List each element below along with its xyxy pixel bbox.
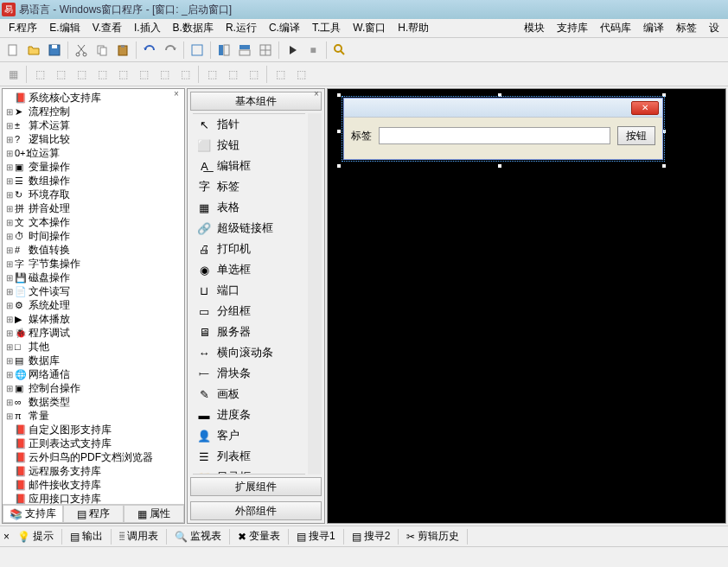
- tab-property[interactable]: ▦属性: [124, 505, 184, 523]
- tree-item[interactable]: ⊞□其他: [4, 340, 182, 354]
- bottom-tab[interactable]: ▤搜寻1: [291, 526, 342, 546]
- open-button[interactable]: [24, 41, 43, 60]
- tree-item[interactable]: ⊞▣控制台操作: [4, 381, 182, 395]
- menu-file[interactable]: F.程序: [5, 19, 41, 37]
- library-tree[interactable]: 📕系统核心支持库 ⊞➤流程控制⊞±算术运算⊞?逻辑比较⊞0+1位运算⊞▣变量操作…: [3, 89, 184, 504]
- menu-window[interactable]: W.窗口: [349, 19, 389, 37]
- stop-button[interactable]: ■: [303, 41, 322, 60]
- close-comp-panel-icon[interactable]: ×: [310, 89, 322, 101]
- tree-item[interactable]: ⊞⏱时间操作: [4, 229, 182, 243]
- tree-item[interactable]: ⊞▣变量操作: [4, 160, 182, 174]
- external-components-button[interactable]: 外部组件: [190, 501, 322, 520]
- component-item[interactable]: ⟝滑块条: [193, 363, 305, 384]
- grid-button[interactable]: ▦: [3, 65, 22, 84]
- component-item[interactable]: 字标签: [193, 176, 305, 197]
- tree-item[interactable]: ⊞字字节集操作: [4, 257, 182, 271]
- tree-item[interactable]: ⊞π常量: [4, 409, 182, 423]
- cut-button[interactable]: [72, 41, 91, 60]
- component-item[interactable]: ↔横向滚动条: [193, 342, 305, 363]
- layout4-button[interactable]: [256, 41, 275, 60]
- bottom-tab[interactable]: ✂剪辑历史: [400, 526, 465, 546]
- form-close-button[interactable]: ✕: [631, 101, 659, 115]
- component-item[interactable]: ▦表格: [193, 197, 305, 218]
- bottom-tab[interactable]: ✖变量表: [232, 526, 286, 546]
- tree-item[interactable]: ⊞▤数据库: [4, 354, 182, 367]
- tree-item[interactable]: ⊞文文本操作: [4, 215, 182, 229]
- menu-tools[interactable]: T.工具: [309, 19, 344, 37]
- tree-lib-item[interactable]: 📕应用接口支持库: [4, 492, 182, 504]
- component-item[interactable]: 📁目录框: [193, 467, 305, 475]
- component-item[interactable]: ☰列表框: [193, 446, 305, 467]
- component-item[interactable]: ✎画板: [193, 384, 305, 405]
- component-item[interactable]: 👤客户: [193, 425, 305, 446]
- tree-lib-item[interactable]: 📕自定义图形支持库: [4, 423, 182, 436]
- find-button[interactable]: [330, 41, 349, 60]
- copy-button[interactable]: [93, 41, 112, 60]
- form-button-control[interactable]: 按钮: [617, 126, 655, 145]
- layout2-button[interactable]: [214, 41, 233, 60]
- bottom-tab[interactable]: 💡提示: [11, 526, 60, 546]
- component-item[interactable]: ◉单选框: [193, 259, 305, 280]
- tree-item[interactable]: ⊞⚙系统处理: [4, 298, 182, 312]
- tree-item[interactable]: ⊞☰数组操作: [4, 174, 182, 188]
- component-item[interactable]: A͟编辑框: [193, 156, 305, 176]
- extend-components-button[interactable]: 扩展组件: [190, 477, 322, 496]
- component-item[interactable]: ⊔端口: [193, 280, 305, 301]
- tree-item[interactable]: ⊞🐞程序调试: [4, 326, 182, 340]
- tree-item[interactable]: ⊞拼拼音处理: [4, 201, 182, 215]
- component-item[interactable]: ⬜按钮: [193, 135, 305, 156]
- menu-module[interactable]: 模块: [520, 19, 548, 37]
- bottom-tab[interactable]: ▤输出: [64, 526, 109, 546]
- component-item[interactable]: 🔗超级链接框: [193, 218, 305, 239]
- form-textbox-control[interactable]: [379, 127, 610, 144]
- menu-view[interactable]: V.查看: [89, 19, 125, 37]
- tree-item[interactable]: ⊞🌐网络通信: [4, 367, 182, 381]
- tree-item[interactable]: ⊞∞数据类型: [4, 395, 182, 409]
- menu-settings[interactable]: 设: [706, 19, 723, 37]
- paste-button[interactable]: [113, 41, 132, 60]
- menu-run[interactable]: R.运行: [222, 19, 260, 37]
- new-button[interactable]: [3, 41, 22, 60]
- tree-item[interactable]: ⊞?逻辑比较: [4, 132, 182, 146]
- menu-database[interactable]: B.数据库: [169, 19, 217, 37]
- menu-tag[interactable]: 标签: [673, 19, 700, 37]
- tree-lib-item[interactable]: 📕正则表达式支持库: [4, 436, 182, 450]
- scrollbar[interactable]: [308, 113, 322, 475]
- close-panel-icon[interactable]: ×: [170, 89, 182, 101]
- menu-lib[interactable]: 支持库: [553, 19, 591, 37]
- tree-item[interactable]: ⊞±算术运算: [4, 118, 182, 132]
- form-designer[interactable]: ✕ 标签 按钮: [327, 88, 726, 524]
- save-button[interactable]: [45, 41, 64, 60]
- tree-item[interactable]: ⊞📄文件读写: [4, 284, 182, 298]
- component-item[interactable]: 🖨打印机: [193, 239, 305, 259]
- layout3-button[interactable]: [235, 41, 254, 60]
- menu-edit[interactable]: E.编辑: [46, 19, 83, 37]
- tree-lib-item[interactable]: 📕邮件接收支持库: [4, 478, 182, 492]
- tree-lib-item[interactable]: 📕远程服务支持库: [4, 464, 182, 478]
- bottom-tab[interactable]: 🔍监视表: [169, 526, 227, 546]
- tree-item[interactable]: ⊞➤流程控制: [4, 105, 182, 118]
- tree-item[interactable]: ⊞💾磁盘操作: [4, 271, 182, 284]
- component-list[interactable]: ↖指针⬜按钮A͟编辑框字标签▦表格🔗超级链接框🖨打印机◉单选框⊔端口▭分组框🖥服…: [193, 113, 305, 475]
- bottom-tab[interactable]: ▤搜寻2: [346, 526, 397, 546]
- layout1-button[interactable]: [188, 41, 207, 60]
- component-item[interactable]: ▬进度条: [193, 405, 305, 425]
- tab-support-lib[interactable]: 📚支持库: [3, 505, 63, 523]
- form-label-control[interactable]: 标签: [351, 129, 372, 143]
- bottom-tab[interactable]: ⦙⦙⦙调用表: [113, 526, 164, 546]
- component-item[interactable]: ↖指针: [193, 114, 305, 135]
- tree-item[interactable]: ⊞0+1位运算: [4, 146, 182, 160]
- component-item[interactable]: 🖥服务器: [193, 322, 305, 342]
- tree-item[interactable]: ⊞#数值转换: [4, 243, 182, 257]
- menu-compile[interactable]: C.编译: [265, 19, 303, 37]
- tree-item[interactable]: ⊞▶媒体播放: [4, 312, 182, 326]
- menu-codelib[interactable]: 代码库: [597, 19, 635, 37]
- undo-button[interactable]: [140, 41, 159, 60]
- component-item[interactable]: ▭分组框: [193, 301, 305, 322]
- component-header[interactable]: 基本组件: [190, 92, 322, 111]
- tab-program[interactable]: ▤程序: [63, 505, 124, 523]
- menu-compile2[interactable]: 编译: [640, 19, 667, 37]
- design-form-window[interactable]: ✕ 标签 按钮: [343, 98, 663, 160]
- run-button[interactable]: [283, 41, 302, 60]
- menu-insert[interactable]: I.插入: [131, 19, 164, 37]
